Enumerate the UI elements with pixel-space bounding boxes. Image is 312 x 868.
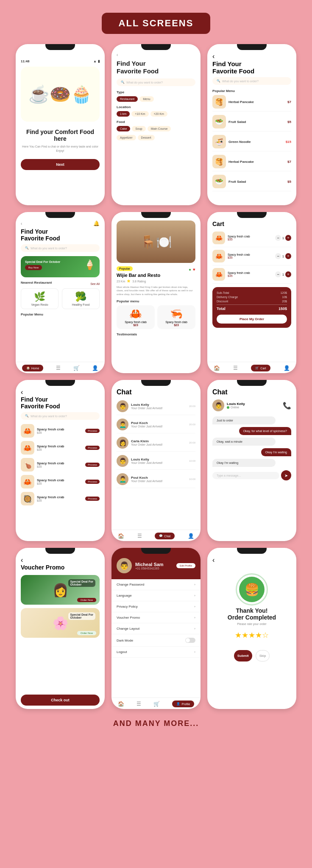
bell-icon[interactable]: 🔔 (93, 220, 100, 226)
food-price: $23 (160, 324, 193, 327)
tag-appetizer[interactable]: Appetizer (117, 135, 136, 140)
menu-darkmode[interactable]: Dark Mode (111, 634, 201, 647)
buy-now-button[interactable]: Buy Now (25, 265, 42, 270)
nav-home[interactable]: 🏠 (118, 533, 124, 539)
menu-privacy[interactable]: Privacy Policy › (111, 601, 201, 612)
online-status: Online (227, 406, 245, 409)
back-button[interactable]: ‹ (212, 53, 291, 60)
back-button[interactable]: ‹ (212, 556, 291, 564)
tag-soup[interactable]: Soup (132, 126, 145, 131)
nav-home[interactable]: 🏠 Home (22, 365, 44, 371)
menu-logout[interactable]: Logout › (111, 647, 201, 658)
nav-profile[interactable]: 👤 (284, 365, 290, 371)
food-name: Spacy fresh clab (119, 321, 152, 324)
tag-menu[interactable]: Menu (139, 96, 154, 102)
qty-plus[interactable]: + (285, 253, 291, 259)
qty-minus[interactable]: − (275, 271, 281, 277)
nav-profile[interactable]: 👤 (92, 365, 98, 371)
dark-mode-toggle[interactable] (185, 638, 195, 643)
chat-nav-btn[interactable]: 💬 Chat (155, 533, 175, 539)
voucher-order-button[interactable]: Order Now (77, 631, 96, 635)
see-all[interactable]: See All (90, 282, 100, 285)
nav-menu[interactable]: ☰ (56, 365, 61, 371)
search-bar[interactable]: 🔍 What do you want to order? (212, 77, 291, 85)
checkout-button[interactable]: Check out (21, 695, 100, 706)
edit-profile-button[interactable]: Edit Profile (176, 563, 195, 568)
chat-item[interactable]: 👩 Carla Klein Your Order Just Arrived! 2… (117, 437, 195, 452)
subtotal-row: Sub-Total 120$ (217, 291, 287, 294)
menu-change-password[interactable]: Change Password › (111, 579, 201, 590)
status-badge: Process (85, 497, 100, 501)
cart-nav-btn[interactable]: 🛒 Cart (251, 365, 270, 371)
battery-icon: ▮ (98, 59, 100, 63)
heart-icon[interactable]: ♥ (193, 267, 195, 272)
nav-menu[interactable]: ☰ (136, 701, 141, 707)
home-nav-btn[interactable]: 🏠 Home (22, 365, 44, 371)
tag-10km[interactable]: +10 Km (131, 111, 148, 117)
chat-item[interactable]: 👨 Louis Kelly Your Order Just Arrived! 1… (117, 455, 195, 470)
cart-summary: Sub-Total 120$ Delivery Charge 10$ Disco… (212, 287, 291, 328)
qty-minus[interactable]: − (275, 235, 281, 241)
home-icon: 🏠 (118, 533, 124, 539)
nav-chat[interactable]: 💬 Chat (155, 533, 175, 539)
call-icon[interactable]: 📞 (283, 402, 291, 410)
back-button[interactable]: ‹ (21, 556, 100, 564)
menu-voucher[interactable]: Voucher Promo › (111, 612, 201, 623)
nav-home[interactable]: 🏠 (214, 365, 220, 371)
tag-20km[interactable]: +20 Km (150, 111, 167, 117)
nav-profile[interactable]: 👤 Profile (172, 701, 194, 707)
restaurant-healthy[interactable]: 🥦 Healthy Food (62, 288, 100, 309)
chat-avatar: 👨‍🦱 (117, 419, 128, 430)
restaurant-vegan[interactable]: 🌿 Vegan Resto (21, 288, 58, 309)
nav-cart[interactable]: 🛒 (73, 365, 80, 371)
tag-1km[interactable]: 1 km (117, 111, 130, 117)
qty-minus[interactable]: − (275, 253, 281, 259)
food-card[interactable]: 🦀 Spacy fresh clab $23 (117, 305, 155, 329)
tag-cake[interactable]: Cake (117, 126, 130, 131)
tag-restaurant[interactable]: Restaurant (117, 96, 138, 102)
screen-orders: ‹ Find YourFavorite Food 🔍 What do you w… (16, 380, 105, 541)
order-info: Spacy fresh crab $35 (37, 495, 83, 502)
back-button[interactable]: ‹ (117, 53, 195, 57)
rating-stars[interactable]: ★★★★☆ (235, 631, 269, 640)
nav-cart[interactable]: 🛒 Cart (251, 365, 270, 371)
food-card[interactable]: 🦐 Spacy fresh clab $23 (157, 305, 195, 329)
submit-button[interactable]: Submit (234, 650, 252, 661)
order-item: 🦀 Spacy fresh crab $35 Process (21, 424, 100, 438)
menu-language[interactable]: Language › (111, 590, 201, 601)
menu-icon: ☰ (233, 365, 238, 371)
profile-nav-btn[interactable]: 👤 Profile (172, 701, 194, 707)
nav-cart[interactable]: 🛒 (153, 701, 160, 707)
search-bar[interactable]: 🔍 What do you want to order? (21, 244, 100, 252)
search-bar[interactable]: 🔍 What do you want to order? (21, 412, 100, 420)
back-button[interactable]: ‹ (21, 388, 100, 396)
menu-label: Privacy Policy (117, 605, 138, 608)
place-order-button[interactable]: Place My Order (217, 315, 287, 324)
voucher-label: Special Deal ForOctober (68, 612, 95, 620)
tag-main-course[interactable]: Main Course (148, 126, 171, 131)
nav-profile[interactable]: 👤 (188, 533, 194, 539)
menu-layout[interactable]: Change Layout › (111, 623, 201, 634)
back-button[interactable]: ‹ (21, 221, 22, 226)
qty-plus[interactable]: + (285, 271, 291, 277)
next-button[interactable]: Next (21, 159, 100, 170)
bubble-right-wrapper: Okay I'm waiting (212, 448, 291, 459)
restaurant-description: Most whole Alaskan Red King Crabs get br… (117, 285, 195, 296)
qty-plus[interactable]: + (285, 235, 291, 241)
chat-item[interactable]: 👨‍🦱 Poul Koch Your Order Just Arrived! 2… (117, 419, 195, 433)
voucher-order-button[interactable]: Order Now (77, 598, 96, 602)
screen-restaurant-detail: 🪑🍽️ Popular ● ♥ Wijie Bar and Resto 23 K… (111, 212, 201, 373)
chat-item[interactable]: 👨 Louis Kelly Your Order Just Arrived! 2… (117, 400, 195, 415)
nav-menu[interactable]: ☰ (137, 533, 142, 539)
tag-dessert[interactable]: Dessert (138, 135, 155, 140)
send-button[interactable]: ➤ (281, 470, 291, 480)
skip-button[interactable]: Skip (256, 650, 270, 661)
delivery-label: Delivery Charge (217, 296, 238, 299)
chat-item[interactable]: 👨‍🦱 Poul Koch Your Order Just Arrived! 1… (117, 473, 195, 488)
search-bar[interactable]: 🔍 What do you want to order? (117, 78, 195, 86)
message-input[interactable]: Type a message... (212, 472, 279, 479)
nav-menu[interactable]: ☰ (233, 365, 238, 371)
home-icon: 🏠 (214, 365, 220, 371)
cart-item: 🦀 Spacy fresh crab $35 − 1 + (212, 268, 291, 284)
nav-home[interactable]: 🏠 (118, 701, 124, 707)
